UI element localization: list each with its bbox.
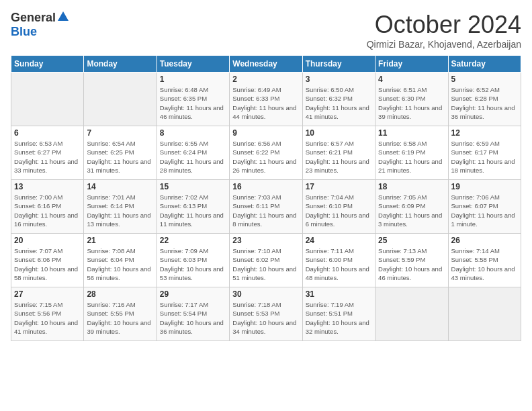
- calendar-cell: 12Sunrise: 6:59 AM Sunset: 6:17 PM Dayli…: [448, 126, 521, 180]
- calendar-cell: 13Sunrise: 7:00 AM Sunset: 6:16 PM Dayli…: [11, 180, 84, 234]
- day-number: 21: [87, 236, 153, 245]
- calendar-cell: 14Sunrise: 7:01 AM Sunset: 6:14 PM Dayli…: [84, 180, 157, 234]
- page-header: General Blue October 2024 Qirmizi Bazar,…: [11, 11, 521, 50]
- day-details: Sunrise: 6:59 AM Sunset: 6:17 PM Dayligh…: [451, 139, 518, 175]
- day-details: Sunrise: 6:48 AM Sunset: 6:35 PM Dayligh…: [160, 85, 226, 121]
- day-number: 15: [160, 182, 226, 191]
- day-details: Sunrise: 7:10 AM Sunset: 6:02 PM Dayligh…: [232, 246, 299, 282]
- weekday-header: Sunday: [11, 56, 84, 73]
- calendar-cell: 20Sunrise: 7:07 AM Sunset: 6:06 PM Dayli…: [11, 234, 84, 287]
- weekday-header: Wednesday: [230, 56, 302, 73]
- calendar-cell: 31Sunrise: 7:19 AM Sunset: 5:51 PM Dayli…: [302, 287, 375, 341]
- day-details: Sunrise: 7:00 AM Sunset: 6:16 PM Dayligh…: [14, 193, 81, 228]
- calendar-cell: 26Sunrise: 7:14 AM Sunset: 5:58 PM Dayli…: [448, 234, 521, 287]
- calendar-cell: [84, 73, 157, 126]
- month-title: October 2024: [367, 11, 521, 39]
- weekday-header: Saturday: [448, 56, 521, 73]
- day-number: 30: [232, 289, 299, 299]
- calendar-cell: 23Sunrise: 7:10 AM Sunset: 6:02 PM Dayli…: [230, 234, 302, 287]
- calendar-cell: 5Sunrise: 6:52 AM Sunset: 6:28 PM Daylig…: [448, 73, 521, 126]
- calendar-week-row: 6Sunrise: 6:53 AM Sunset: 6:27 PM Daylig…: [11, 126, 521, 180]
- day-number: 5: [451, 75, 518, 84]
- day-number: 31: [306, 289, 372, 299]
- day-details: Sunrise: 7:09 AM Sunset: 6:03 PM Dayligh…: [160, 246, 226, 282]
- day-number: 4: [378, 75, 445, 84]
- day-details: Sunrise: 7:11 AM Sunset: 6:00 PM Dayligh…: [306, 246, 372, 282]
- day-number: 17: [306, 182, 372, 191]
- day-details: Sunrise: 6:55 AM Sunset: 6:24 PM Dayligh…: [160, 139, 226, 175]
- day-details: Sunrise: 6:53 AM Sunset: 6:27 PM Dayligh…: [14, 139, 81, 175]
- day-details: Sunrise: 7:06 AM Sunset: 6:07 PM Dayligh…: [451, 193, 518, 228]
- day-details: Sunrise: 7:19 AM Sunset: 5:51 PM Dayligh…: [306, 300, 372, 336]
- calendar-cell: 4Sunrise: 6:51 AM Sunset: 6:30 PM Daylig…: [375, 73, 448, 126]
- day-number: 29: [160, 289, 226, 299]
- calendar-cell: 7Sunrise: 6:54 AM Sunset: 6:25 PM Daylig…: [84, 126, 157, 180]
- weekday-header: Thursday: [302, 56, 375, 73]
- day-number: 10: [306, 128, 372, 138]
- day-number: 7: [87, 128, 153, 138]
- calendar-cell: 19Sunrise: 7:06 AM Sunset: 6:07 PM Dayli…: [448, 180, 521, 234]
- day-details: Sunrise: 6:54 AM Sunset: 6:25 PM Dayligh…: [87, 139, 153, 175]
- day-details: Sunrise: 6:49 AM Sunset: 6:33 PM Dayligh…: [232, 85, 299, 121]
- day-details: Sunrise: 7:05 AM Sunset: 6:09 PM Dayligh…: [378, 193, 445, 228]
- day-number: 18: [378, 182, 445, 191]
- calendar-cell: 15Sunrise: 7:02 AM Sunset: 6:13 PM Dayli…: [157, 180, 229, 234]
- calendar-week-row: 27Sunrise: 7:15 AM Sunset: 5:56 PM Dayli…: [11, 287, 521, 341]
- day-number: 3: [306, 75, 372, 84]
- calendar-cell: 22Sunrise: 7:09 AM Sunset: 6:03 PM Dayli…: [157, 234, 229, 287]
- day-number: 2: [232, 75, 299, 84]
- day-details: Sunrise: 7:04 AM Sunset: 6:10 PM Dayligh…: [306, 193, 372, 228]
- day-number: 11: [378, 128, 445, 138]
- day-number: 24: [306, 236, 372, 245]
- calendar-cell: 24Sunrise: 7:11 AM Sunset: 6:00 PM Dayli…: [302, 234, 375, 287]
- calendar-cell: [448, 287, 521, 341]
- day-details: Sunrise: 7:01 AM Sunset: 6:14 PM Dayligh…: [87, 193, 153, 228]
- day-number: 1: [160, 75, 226, 84]
- day-details: Sunrise: 7:02 AM Sunset: 6:13 PM Dayligh…: [160, 193, 226, 228]
- calendar-cell: 27Sunrise: 7:15 AM Sunset: 5:56 PM Dayli…: [11, 287, 84, 341]
- day-number: 19: [451, 182, 518, 191]
- day-number: 6: [14, 128, 81, 138]
- weekday-header: Monday: [84, 56, 157, 73]
- day-details: Sunrise: 7:13 AM Sunset: 5:59 PM Dayligh…: [378, 246, 445, 282]
- day-number: 26: [451, 236, 518, 245]
- calendar-cell: 1Sunrise: 6:48 AM Sunset: 6:35 PM Daylig…: [157, 73, 229, 126]
- calendar-cell: 16Sunrise: 7:03 AM Sunset: 6:11 PM Dayli…: [230, 180, 302, 234]
- day-number: 28: [87, 289, 153, 299]
- day-number: 16: [232, 182, 299, 191]
- weekday-header: Friday: [375, 56, 448, 73]
- day-details: Sunrise: 7:18 AM Sunset: 5:53 PM Dayligh…: [232, 300, 299, 336]
- day-details: Sunrise: 6:58 AM Sunset: 6:19 PM Dayligh…: [378, 139, 445, 175]
- day-number: 14: [87, 182, 153, 191]
- calendar-cell: 18Sunrise: 7:05 AM Sunset: 6:09 PM Dayli…: [375, 180, 448, 234]
- day-number: 20: [14, 236, 81, 245]
- calendar-week-row: 13Sunrise: 7:00 AM Sunset: 6:16 PM Dayli…: [11, 180, 521, 234]
- calendar-cell: 9Sunrise: 6:56 AM Sunset: 6:22 PM Daylig…: [230, 126, 302, 180]
- day-details: Sunrise: 7:15 AM Sunset: 5:56 PM Dayligh…: [14, 300, 81, 336]
- calendar-week-row: 20Sunrise: 7:07 AM Sunset: 6:06 PM Dayli…: [11, 234, 521, 287]
- day-details: Sunrise: 7:17 AM Sunset: 5:54 PM Dayligh…: [160, 300, 226, 336]
- day-number: 12: [451, 128, 518, 138]
- day-number: 25: [378, 236, 445, 245]
- calendar-cell: 2Sunrise: 6:49 AM Sunset: 6:33 PM Daylig…: [230, 73, 302, 126]
- day-details: Sunrise: 7:07 AM Sunset: 6:06 PM Dayligh…: [14, 246, 81, 282]
- logo: General Blue: [11, 11, 70, 39]
- logo-general: General: [11, 11, 56, 25]
- day-details: Sunrise: 6:51 AM Sunset: 6:30 PM Dayligh…: [378, 85, 445, 121]
- day-details: Sunrise: 6:56 AM Sunset: 6:22 PM Dayligh…: [232, 139, 299, 175]
- weekday-header: Tuesday: [157, 56, 229, 73]
- day-details: Sunrise: 7:08 AM Sunset: 6:04 PM Dayligh…: [87, 246, 153, 282]
- day-details: Sunrise: 7:03 AM Sunset: 6:11 PM Dayligh…: [232, 193, 299, 228]
- calendar-cell: 8Sunrise: 6:55 AM Sunset: 6:24 PM Daylig…: [157, 126, 229, 180]
- calendar-cell: 3Sunrise: 6:50 AM Sunset: 6:32 PM Daylig…: [302, 73, 375, 126]
- logo-blue: Blue: [11, 25, 37, 39]
- calendar-cell: 11Sunrise: 6:58 AM Sunset: 6:19 PM Dayli…: [375, 126, 448, 180]
- day-details: Sunrise: 7:16 AM Sunset: 5:55 PM Dayligh…: [87, 300, 153, 336]
- calendar-cell: [375, 287, 448, 341]
- calendar-cell: 6Sunrise: 6:53 AM Sunset: 6:27 PM Daylig…: [11, 126, 84, 180]
- title-block: October 2024 Qirmizi Bazar, Khojavend, A…: [367, 11, 521, 50]
- day-number: 8: [160, 128, 226, 138]
- calendar-cell: 10Sunrise: 6:57 AM Sunset: 6:21 PM Dayli…: [302, 126, 375, 180]
- logo-icon: [56, 10, 70, 24]
- calendar-cell: 29Sunrise: 7:17 AM Sunset: 5:54 PM Dayli…: [157, 287, 229, 341]
